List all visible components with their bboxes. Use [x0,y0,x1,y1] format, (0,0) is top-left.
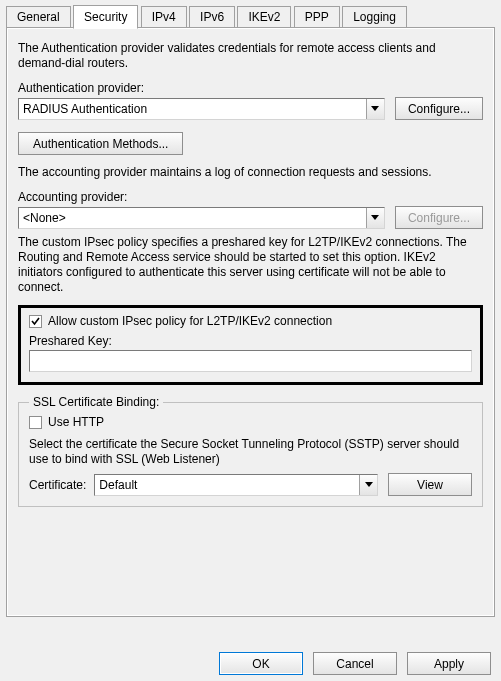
tab-strip: General Security IPv4 IPv6 IKEv2 PPP Log… [0,4,501,28]
tab-security[interactable]: Security [73,5,138,29]
allow-custom-ipsec-label: Allow custom IPsec policy for L2TP/IKEv2… [48,314,332,328]
chevron-down-icon [359,475,377,495]
acct-description: The accounting provider maintains a log … [18,165,483,180]
preshared-key-input[interactable] [29,350,472,372]
allow-custom-ipsec-checkbox[interactable]: Allow custom IPsec policy for L2TP/IKEv2… [29,314,332,328]
ssl-group-legend: SSL Certificate Binding: [29,395,163,409]
chevron-down-icon [366,208,384,228]
acct-configure-button: Configure... [395,206,483,229]
tab-ppp[interactable]: PPP [294,6,340,28]
auth-methods-button[interactable]: Authentication Methods... [18,132,183,155]
properties-dialog: General Security IPv4 IPv6 IKEv2 PPP Log… [0,4,501,681]
ssl-binding-group: SSL Certificate Binding: Use HTTP Select… [18,395,483,507]
checkbox-icon [29,416,42,429]
tab-panel: The Authentication provider validates cr… [6,27,495,617]
ipsec-description: The custom IPsec policy specifies a pres… [18,235,483,295]
tab-ipv4[interactable]: IPv4 [141,6,187,28]
view-certificate-button[interactable]: View [388,473,472,496]
use-http-label: Use HTTP [48,415,104,429]
dialog-button-row: OK Cancel Apply [209,652,491,675]
tab-ikev2[interactable]: IKEv2 [237,6,291,28]
certificate-label: Certificate: [29,478,86,492]
certificate-value: Default [99,478,137,492]
auth-provider-dropdown[interactable]: RADIUS Authentication [18,98,385,120]
auth-provider-value: RADIUS Authentication [23,102,147,116]
use-http-checkbox[interactable]: Use HTTP [29,415,104,429]
preshared-key-label: Preshared Key: [29,334,472,348]
tab-logging[interactable]: Logging [342,6,407,28]
cancel-button[interactable]: Cancel [313,652,397,675]
chevron-down-icon [366,99,384,119]
auth-description: The Authentication provider validates cr… [18,41,483,71]
acct-provider-value: <None> [23,211,66,225]
tab-ipv6[interactable]: IPv6 [189,6,235,28]
apply-button[interactable]: Apply [407,652,491,675]
auth-configure-button[interactable]: Configure... [395,97,483,120]
security-panel: The Authentication provider validates cr… [8,29,493,615]
ok-button[interactable]: OK [219,652,303,675]
auth-provider-label: Authentication provider: [18,81,483,95]
acct-provider-dropdown[interactable]: <None> [18,207,385,229]
acct-provider-label: Accounting provider: [18,190,483,204]
certificate-dropdown[interactable]: Default [94,474,378,496]
tab-general[interactable]: General [6,6,71,28]
ssl-description: Select the certificate the Secure Socket… [29,437,472,467]
checkbox-icon [29,315,42,328]
ipsec-highlight-box: Allow custom IPsec policy for L2TP/IKEv2… [18,305,483,385]
